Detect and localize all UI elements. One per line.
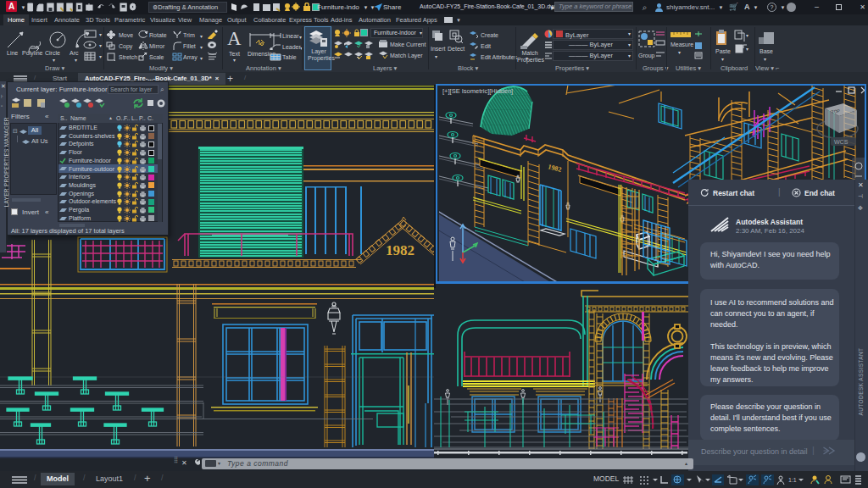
svg-text:1982: 1982 (386, 242, 415, 258)
svg-text:[+][SE Isometric][Hidden]: [+][SE Isometric][Hidden] (442, 87, 513, 95)
svg-text:1:1: 1:1 (788, 477, 797, 483)
svg-text:1982: 1982 (548, 163, 563, 174)
svg-text:WCS: WCS (834, 139, 849, 145)
